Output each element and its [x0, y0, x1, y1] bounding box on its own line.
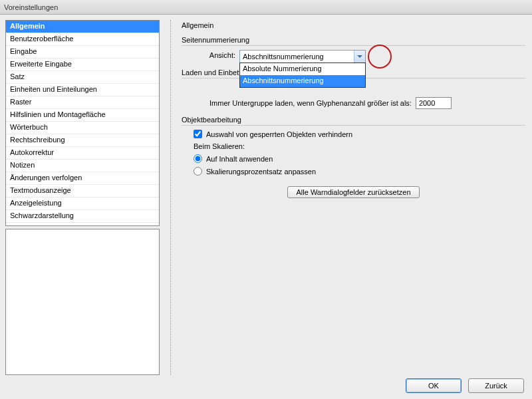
category-list[interactable]: AllgemeinBenutzeroberflächeEingabeErweit… — [5, 20, 160, 226]
scale-percent-radio[interactable] — [194, 167, 202, 176]
view-dropdown[interactable]: Abschnittsnummerierung — [239, 50, 366, 63]
sidebar-item[interactable]: Autokorrektur — [6, 147, 159, 160]
sidebar-item[interactable]: Rechtschreibung — [6, 134, 159, 147]
subset-label: Immer Untergruppe laden, wenn Glyphenanz… — [209, 99, 412, 107]
scale-percent-label[interactable]: Skalierungsprozentsatz anpassen — [206, 168, 316, 176]
sidebar-item[interactable]: Satz — [6, 71, 159, 84]
dropdown-button[interactable] — [354, 51, 365, 63]
sidebar-item[interactable]: Allgemein — [6, 21, 159, 33]
highlight-ring-annotation — [368, 45, 392, 68]
window-titlebar: Voreinstellungen — [0, 0, 532, 15]
sidebar-item[interactable]: Benutzeroberfläche — [6, 33, 159, 46]
sidebar-item[interactable]: Einheiten und Einteilungen — [6, 84, 159, 96]
vertical-divider — [170, 20, 171, 375]
subset-row: Immer Untergruppe laden, wenn Glyphenanz… — [209, 97, 525, 109]
sidebar-item[interactable]: Notizen — [6, 160, 159, 172]
sidebar-item[interactable]: Hilfslinien und Montagefläche — [6, 109, 159, 122]
prevent-locked-row: Auswahl von gesperrten Objekten verhinde… — [194, 130, 525, 138]
sidebar-item[interactable]: Anzeigeleistung — [6, 198, 159, 210]
view-dropdown-value: Abschnittsnummerierung — [243, 53, 324, 61]
view-field-row: Ansicht: Abschnittsnummerierung Absolute… — [196, 50, 525, 63]
object-editing-group: Objektbearbeitung Auswahl von gesperrten… — [182, 116, 525, 176]
page-numbering-group: Seitennummerierung Ansicht: Abschnittsnu… — [182, 36, 525, 63]
prevent-locked-label[interactable]: Auswahl von gesperrten Objekten verhinde… — [206, 130, 352, 138]
object-editing-label: Objektbearbeitung — [182, 116, 525, 124]
scale-percent-row: Skalierungsprozentsatz anpassen — [194, 167, 525, 176]
preferences-window: Voreinstellungen AllgemeinBenutzeroberfl… — [0, 0, 532, 399]
group-divider — [182, 125, 525, 126]
sidebar-item[interactable]: Wörterbuch — [6, 122, 159, 134]
sidebar-item[interactable]: Erweiterte Eingabe — [6, 59, 159, 71]
dialog-footer: OK Zurück — [0, 376, 532, 399]
view-label: Ansicht: — [196, 50, 239, 59]
view-dropdown-wrap: Abschnittsnummerierung Absolute Nummerie… — [239, 50, 366, 63]
dialog-body: AllgemeinBenutzeroberflächeEingabeErweit… — [0, 15, 532, 376]
prevent-locked-checkbox[interactable] — [194, 130, 202, 138]
sidebar-item[interactable]: Eingabe — [6, 46, 159, 59]
scale-content-label[interactable]: Auf Inhalt anwenden — [206, 155, 273, 163]
subset-threshold-input[interactable] — [416, 97, 452, 109]
dropdown-option[interactable]: Abschnittsnummerierung — [240, 75, 365, 87]
panel-heading: Allgemein — [182, 21, 525, 29]
scaling-label: Beim Skalieren: — [194, 142, 525, 150]
back-button[interactable]: Zurück — [468, 378, 524, 393]
dropdown-option[interactable]: Absolute Nummerierung — [240, 63, 365, 75]
scale-content-radio[interactable] — [194, 154, 202, 163]
scale-content-row: Auf Inhalt anwenden — [194, 154, 525, 163]
chevron-down-icon — [357, 55, 362, 58]
sidebar-item[interactable]: Textmodusanzeige — [6, 185, 159, 198]
reset-row: Alle Warndialogfelder zurücksetzen — [182, 186, 525, 198]
sidebar-item[interactable]: Dateihandhabung — [6, 223, 159, 226]
sidebar-preview-box — [5, 229, 160, 375]
sidebar-item[interactable]: Raster — [6, 96, 159, 109]
view-dropdown-list[interactable]: Absolute NummerierungAbschnittsnummerier… — [239, 63, 366, 88]
reset-warnings-button[interactable]: Alle Warndialogfelder zurücksetzen — [287, 186, 419, 198]
sidebar-column: AllgemeinBenutzeroberflächeEingabeErweit… — [5, 20, 160, 375]
window-title: Voreinstellungen — [4, 3, 58, 11]
main-panel: Allgemein Seitennummerierung Ansicht: Ab… — [182, 20, 525, 375]
sidebar-item[interactable]: Änderungen verfolgen — [6, 172, 159, 185]
ok-button[interactable]: OK — [406, 378, 462, 393]
group-divider — [182, 45, 525, 46]
sidebar-item[interactable]: Schwarzdarstellung — [6, 210, 159, 223]
page-numbering-label: Seitennummerierung — [182, 36, 525, 44]
